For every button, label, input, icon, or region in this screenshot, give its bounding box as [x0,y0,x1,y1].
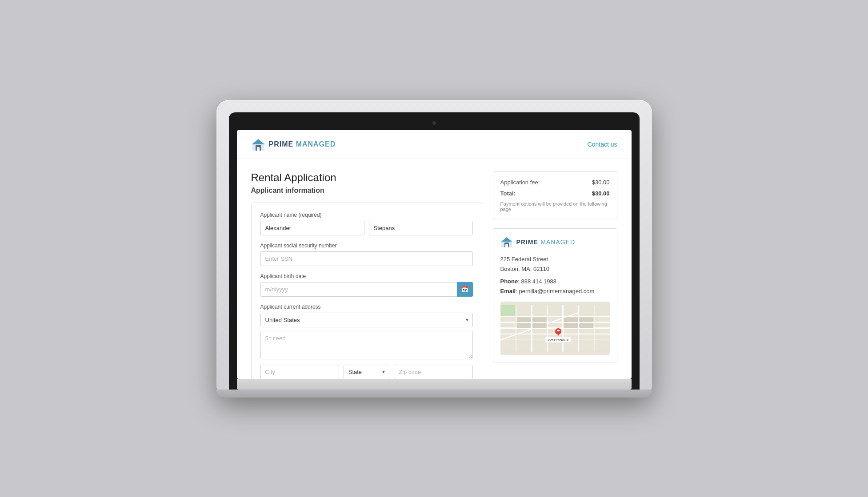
city-input[interactable] [260,365,339,379]
svg-rect-23 [532,317,547,322]
last-name-input[interactable] [369,221,473,235]
applicant-name-group: Applicant name (required) [260,212,473,235]
form-section: Rental Application Applicant information… [251,171,482,379]
main-content: Rental Application Applicant information… [237,159,632,379]
svg-rect-28 [579,323,593,328]
birth-date-wrapper: 📅 [260,282,473,297]
zip-input[interactable] [394,365,472,379]
company-logo-text: PRIME MANAGED [516,238,576,246]
logo-icon [251,137,265,151]
application-fee-row: Application fee: $30.00 [500,179,610,186]
country-select[interactable]: United States Canada United Kingdom [260,313,473,327]
address-label: Applicant current address [260,304,473,310]
state-wrapper: State ALAKAZAR CACOCTDE FLGAHIID ILINIAK… [344,365,390,379]
application-fee-value: $30.00 [592,179,610,186]
svg-rect-27 [579,317,593,322]
laptop-base [237,379,632,390]
svg-rect-29 [500,305,515,316]
sidebar: Application fee: $30.00 Total: $30.00 Pa… [493,171,617,379]
logo-prime: PRIME [269,140,294,148]
company-info-card: PRIME MANAGED 225 Federal Street Boston,… [493,228,617,362]
birth-date-label: Applicant birth date [260,273,473,279]
screen-bezel: PRIME MANAGED Contact us Rental Applicat… [229,112,640,390]
state-select[interactable]: State ALAKAZAR CACOCTDE FLGAHIID ILINIAK… [344,365,390,379]
phone-row: Phone: 888 414 1988 [500,277,610,286]
phone-value: 888 414 1988 [521,278,556,285]
phone-label-text: Phone [500,278,518,285]
first-name-input[interactable] [260,221,364,235]
svg-rect-21 [516,317,531,322]
total-row: Total: $30.00 [500,190,610,197]
address-group: Applicant current address United States … [260,304,473,379]
svg-text:225 Federal St: 225 Federal St [548,338,568,342]
city-state-zip-row: State ALAKAZAR CACOCTDE FLGAHIID ILINIAK… [260,365,473,379]
company-logo-icon [500,236,513,248]
laptop-device: PRIME MANAGED Contact us Rental Applicat… [216,100,652,398]
svg-rect-26 [564,323,578,328]
logo-text: PRIME MANAGED [269,140,336,148]
svg-marker-1 [252,139,264,144]
page-title: Rental Application [251,171,482,184]
applicant-name-label: Applicant name (required) [260,212,473,218]
street-input[interactable] [260,331,473,359]
company-logo: PRIME MANAGED [500,236,610,248]
logo-managed: MANAGED [296,140,336,148]
company-address: 225 Federal Street Boston, MA, 02110 [500,254,610,274]
logo: PRIME MANAGED [251,137,336,151]
company-logo-prime: PRIME [516,239,538,246]
calendar-button[interactable]: 📅 [457,282,473,297]
company-logo-managed: MANAGED [540,239,575,246]
svg-rect-25 [564,317,578,322]
address-line1: 225 Federal Street [500,254,610,264]
name-row [260,221,473,235]
birth-date-input[interactable] [260,282,473,297]
country-wrapper: United States Canada United Kingdom [260,313,473,327]
camera-dot [432,121,436,125]
map-svg: 225 Federal St [500,302,610,355]
laptop-bottom [216,390,652,398]
ssn-group: Applicant social security number [260,243,473,266]
email-value: pernilla@primemanaged.com [519,288,594,294]
map-container: 225 Federal St [500,302,610,355]
svg-rect-24 [532,323,547,328]
email-row: Email: pernilla@primemanaged.com [500,286,610,296]
total-label: Total: [500,190,516,197]
ssn-label: Applicant social security number [260,243,473,249]
address-line2: Boston, MA, 02110 [500,264,610,274]
nav-bar: PRIME MANAGED Contact us [237,130,632,159]
svg-rect-7 [505,244,508,247]
contact-us-link[interactable]: Contact us [588,141,617,148]
svg-marker-5 [501,237,512,242]
ssn-input[interactable] [260,251,473,266]
form-card: Applicant name (required) Applicant soci… [251,203,482,379]
payment-note: Payment options will be provided on the … [500,201,610,212]
laptop-screen: PRIME MANAGED Contact us Rental Applicat… [237,130,632,379]
section-title: Applicant information [251,187,482,195]
birth-date-group: Applicant birth date 📅 [260,273,473,297]
svg-rect-22 [516,323,531,328]
svg-rect-3 [257,147,260,151]
fee-card: Application fee: $30.00 Total: $30.00 Pa… [493,171,617,219]
total-value: $30.00 [592,190,610,197]
company-contact: Phone: 888 414 1988 Email: pernilla@prim… [500,277,610,296]
application-fee-label: Application fee: [500,179,540,186]
calendar-icon: 📅 [461,286,468,293]
email-label-text: Email [500,288,516,294]
